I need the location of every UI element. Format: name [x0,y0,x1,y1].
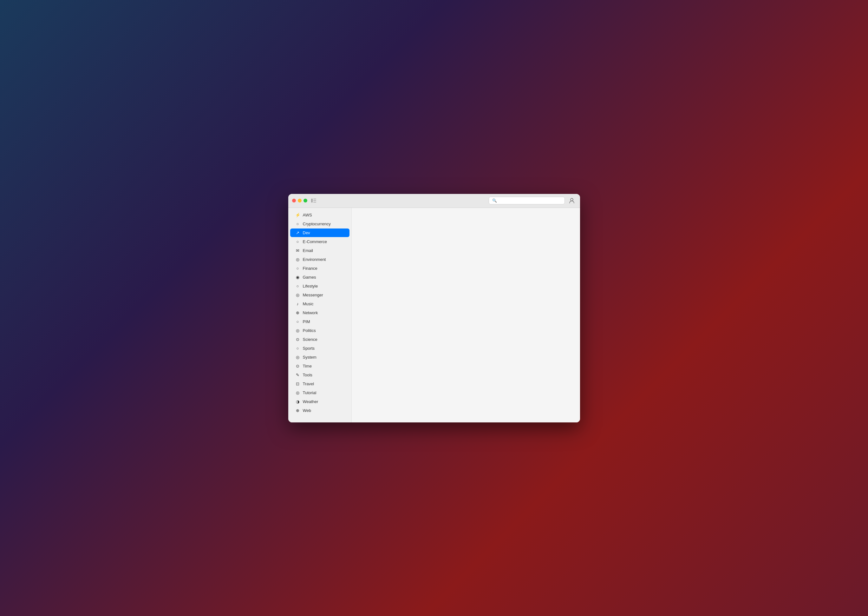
titlebar: 🔍 [288,194,580,208]
svg-rect-1 [313,199,316,199]
system-icon: ◎ [295,355,300,360]
minimize-button[interactable] [298,199,302,203]
sidebar-item-time[interactable]: ⊙Time [290,362,349,370]
search-input[interactable] [499,198,561,203]
sidebar-item-web[interactable]: ⊕Web [290,406,349,415]
finance-icon: ○ [295,266,300,271]
sidebar-item-politics[interactable]: ◎Politics [290,326,349,335]
close-button[interactable] [292,199,296,203]
sidebar-item-games[interactable]: ◉Games [290,273,349,281]
sidebar-item-music[interactable]: ♪Music [290,300,349,308]
sidebar-item-messenger[interactable]: ◎Messenger [290,291,349,299]
sidebar-label-system: System [303,355,316,360]
lifestyle-icon: ○ [295,284,300,289]
sidebar-label-environment: Environment [303,257,326,262]
sidebar-item-aws[interactable]: ⚡AWS [290,211,349,219]
sidebar-item-tutorial[interactable]: ◎Tutorial [290,388,349,397]
network-icon: ⊕ [295,310,300,315]
weather-icon: ◑ [295,399,300,404]
sidebar-item-travel[interactable]: ⊡Travel [290,380,349,388]
maximize-button[interactable] [304,199,307,203]
science-icon: ⊙ [295,337,300,342]
sidebar-item-pim[interactable]: ○PIM [290,317,349,326]
ecommerce-icon: ○ [295,239,300,244]
tutorial-icon: ◎ [295,390,300,395]
sidebar-label-politics: Politics [303,328,316,333]
sidebar: ⚡AWS○Cryptocurrency↗Dev○E-Commerce✉Email… [288,208,352,423]
sidebar-item-science[interactable]: ⊙Science [290,335,349,344]
sidebar-label-sports: Sports [303,346,315,351]
traffic-lights [292,199,307,203]
sidebar-label-email: Email [303,248,313,253]
music-icon: ♪ [295,302,300,306]
sidebar-item-email[interactable]: ✉Email [290,246,349,255]
sidebar-item-tools[interactable]: ✎Tools [290,371,349,379]
app-window: 🔍 ⚡AWS○Cryptocurrency↗Dev○E-Commerce✉Ema… [288,194,580,423]
search-bar[interactable]: 🔍 [489,197,565,204]
sidebar-label-weather: Weather [303,399,318,404]
sidebar-item-environment[interactable]: ◎Environment [290,255,349,264]
email-icon: ✉ [295,248,300,253]
sidebar-item-system[interactable]: ◎System [290,353,349,361]
person-icon[interactable] [567,196,576,205]
sidebar-item-ecommerce[interactable]: ○E-Commerce [290,237,349,246]
sidebar-item-sports[interactable]: ○Sports [290,344,349,353]
web-icon: ⊕ [295,408,300,413]
tools-icon: ✎ [295,372,300,377]
environment-icon: ◎ [295,257,300,262]
dev-icon: ↗ [295,230,300,235]
sidebar-label-ecommerce: E-Commerce [303,239,327,244]
sidebar-item-finance[interactable]: ○Finance [290,264,349,273]
main-content [352,208,580,423]
sidebar-label-science: Science [303,337,318,342]
politics-icon: ◎ [295,328,300,333]
sidebar-label-music: Music [303,302,313,306]
messenger-icon: ◎ [295,292,300,297]
sidebar-toggle-button[interactable] [310,197,317,204]
sidebar-label-network: Network [303,310,318,315]
sidebar-label-finance: Finance [303,266,318,271]
games-icon: ◉ [295,275,300,280]
pim-icon: ○ [295,319,300,324]
content-area: ⚡AWS○Cryptocurrency↗Dev○E-Commerce✉Email… [288,208,580,423]
time-icon: ⊙ [295,364,300,368]
sidebar-item-lifestyle[interactable]: ○Lifestyle [290,282,349,291]
sidebar-label-tutorial: Tutorial [303,390,316,395]
sidebar-item-weather[interactable]: ◑Weather [290,398,349,406]
svg-rect-3 [313,202,316,203]
svg-point-4 [570,198,573,201]
sidebar-label-aws: AWS [303,213,312,217]
sidebar-label-time: Time [303,364,312,368]
sidebar-label-travel: Travel [303,382,314,386]
sidebar-label-messenger: Messenger [303,292,323,297]
search-icon: 🔍 [492,198,497,203]
sidebar-item-network[interactable]: ⊕Network [290,308,349,317]
travel-icon: ⊡ [295,382,300,386]
sidebar-label-lifestyle: Lifestyle [303,284,318,289]
svg-rect-2 [313,200,316,201]
sidebar-item-cryptocurrency[interactable]: ○Cryptocurrency [290,220,349,228]
sidebar-label-web: Web [303,408,312,413]
sidebar-item-dev[interactable]: ↗Dev [290,228,349,237]
sidebar-label-dev: Dev [303,230,310,235]
sidebar-label-pim: PIM [303,319,310,324]
sidebar-label-tools: Tools [303,372,312,377]
svg-rect-0 [311,199,313,203]
aws-icon: ⚡ [295,213,300,217]
sports-icon: ○ [295,346,300,351]
sidebar-label-cryptocurrency: Cryptocurrency [303,222,331,226]
sidebar-label-games: Games [303,275,316,280]
cryptocurrency-icon: ○ [295,222,300,226]
